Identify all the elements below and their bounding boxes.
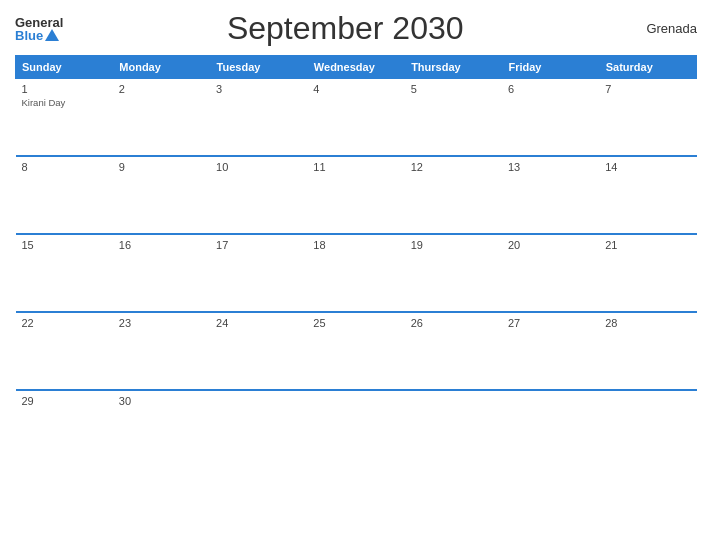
day-number: 30 <box>119 395 204 407</box>
day-number: 26 <box>411 317 496 329</box>
day-number: 18 <box>313 239 398 251</box>
table-row: 8 <box>16 156 113 234</box>
table-row: 20 <box>502 234 599 312</box>
table-row <box>307 390 404 458</box>
calendar-header: General Blue September 2030 Grenada <box>15 10 697 47</box>
calendar-table: Sunday Monday Tuesday Wednesday Thursday… <box>15 55 697 458</box>
day-number: 7 <box>605 83 690 95</box>
table-row: 14 <box>599 156 696 234</box>
table-row: 1Kirani Day <box>16 78 113 156</box>
logo-blue-row: Blue <box>15 29 59 42</box>
day-number: 2 <box>119 83 204 95</box>
header-tuesday: Tuesday <box>210 56 307 78</box>
table-row: 7 <box>599 78 696 156</box>
table-row: 4 <box>307 78 404 156</box>
table-row: 26 <box>405 312 502 390</box>
week-row-3: 15161718192021 <box>16 234 697 312</box>
day-number: 20 <box>508 239 593 251</box>
table-row <box>405 390 502 458</box>
table-row: 17 <box>210 234 307 312</box>
table-row: 5 <box>405 78 502 156</box>
day-number: 24 <box>216 317 301 329</box>
header-sunday: Sunday <box>16 56 113 78</box>
day-number: 19 <box>411 239 496 251</box>
day-number: 6 <box>508 83 593 95</box>
week-row-5: 2930 <box>16 390 697 458</box>
week-row-4: 22232425262728 <box>16 312 697 390</box>
header-thursday: Thursday <box>405 56 502 78</box>
day-number: 12 <box>411 161 496 173</box>
country-name: Grenada <box>627 21 697 36</box>
week-row-2: 891011121314 <box>16 156 697 234</box>
table-row: 19 <box>405 234 502 312</box>
day-number: 17 <box>216 239 301 251</box>
table-row: 24 <box>210 312 307 390</box>
table-row: 28 <box>599 312 696 390</box>
header-friday: Friday <box>502 56 599 78</box>
day-number: 22 <box>22 317 107 329</box>
table-row: 21 <box>599 234 696 312</box>
day-number: 29 <box>22 395 107 407</box>
table-row: 23 <box>113 312 210 390</box>
holiday-label: Kirani Day <box>22 97 107 108</box>
logo: General Blue <box>15 16 63 42</box>
table-row: 22 <box>16 312 113 390</box>
weekday-header-row: Sunday Monday Tuesday Wednesday Thursday… <box>16 56 697 78</box>
day-number: 11 <box>313 161 398 173</box>
day-number: 3 <box>216 83 301 95</box>
day-number: 14 <box>605 161 690 173</box>
table-row: 3 <box>210 78 307 156</box>
table-row: 9 <box>113 156 210 234</box>
calendar-title: September 2030 <box>63 10 627 47</box>
table-row <box>210 390 307 458</box>
table-row: 6 <box>502 78 599 156</box>
table-row: 30 <box>113 390 210 458</box>
table-row: 16 <box>113 234 210 312</box>
day-number: 15 <box>22 239 107 251</box>
table-row: 18 <box>307 234 404 312</box>
header-saturday: Saturday <box>599 56 696 78</box>
day-number: 1 <box>22 83 107 95</box>
day-number: 9 <box>119 161 204 173</box>
table-row: 27 <box>502 312 599 390</box>
header-monday: Monday <box>113 56 210 78</box>
logo-triangle-icon <box>45 29 59 41</box>
day-number: 21 <box>605 239 690 251</box>
day-number: 28 <box>605 317 690 329</box>
calendar-container: General Blue September 2030 Grenada Sund… <box>0 0 712 550</box>
logo-blue-text: Blue <box>15 29 43 42</box>
logo-general-text: General <box>15 16 63 29</box>
table-row <box>502 390 599 458</box>
day-number: 25 <box>313 317 398 329</box>
table-row: 11 <box>307 156 404 234</box>
week-row-1: 1Kirani Day234567 <box>16 78 697 156</box>
table-row: 2 <box>113 78 210 156</box>
table-row: 29 <box>16 390 113 458</box>
table-row <box>599 390 696 458</box>
table-row: 25 <box>307 312 404 390</box>
table-row: 10 <box>210 156 307 234</box>
table-row: 13 <box>502 156 599 234</box>
header-wednesday: Wednesday <box>307 56 404 78</box>
table-row: 12 <box>405 156 502 234</box>
day-number: 13 <box>508 161 593 173</box>
day-number: 4 <box>313 83 398 95</box>
day-number: 16 <box>119 239 204 251</box>
day-number: 8 <box>22 161 107 173</box>
day-number: 27 <box>508 317 593 329</box>
day-number: 5 <box>411 83 496 95</box>
table-row: 15 <box>16 234 113 312</box>
day-number: 23 <box>119 317 204 329</box>
day-number: 10 <box>216 161 301 173</box>
